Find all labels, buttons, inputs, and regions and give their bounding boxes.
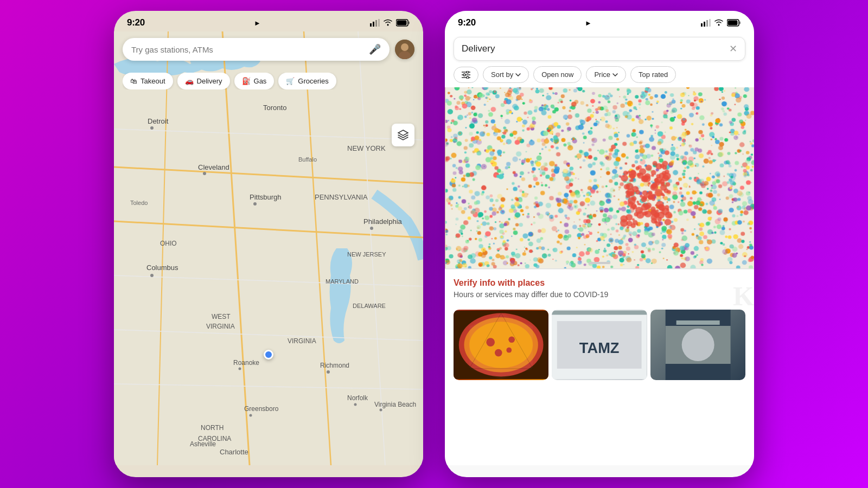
svg-point-25 [253,202,257,206]
user-avatar[interactable] [395,40,414,59]
time-right: 9:20 [458,17,476,28]
map-svg: Detroit Cleveland Toledo Pittsburgh Phil… [114,31,423,465]
svg-rect-59 [704,22,705,27]
svg-point-22 [203,172,206,175]
gas-label: Gas [254,77,267,85]
svg-point-69 [463,74,465,76]
svg-rect-58 [701,23,703,27]
price-label: Price [594,70,610,79]
sort-by-button[interactable]: Sort by [483,66,529,83]
price-button[interactable]: Price [586,66,626,83]
map-search-bar[interactable]: 🎤 [123,38,414,61]
pizza-image-svg [454,310,548,380]
wifi-icon-left [383,19,393,27]
svg-text:Toledo: Toledo [130,200,148,206]
svg-rect-61 [709,19,711,27]
svg-text:OHIO: OHIO [160,240,177,247]
phone-panel: 9:20 ► [445,11,754,477]
svg-text:VIRGINIA: VIRGINIA [288,337,316,345]
svg-text:DELAWARE: DELAWARE [353,303,386,309]
delivery-label: Delivery [197,77,222,85]
svg-rect-2 [375,20,377,27]
groceries-icon: 🛒 [286,77,295,85]
svg-point-50 [250,414,252,417]
chip-delivery[interactable]: 🚗 Delivery [177,73,230,89]
sort-by-label: Sort by [491,70,513,79]
status-bar-right: 9:20 ► [445,11,754,31]
top-rated-label: Top rated [639,70,668,79]
filter-row: Sort by Open now Price Top rated [445,61,754,87]
svg-rect-64 [727,21,737,25]
signal-icon-left [370,19,380,27]
svg-rect-3 [378,19,380,27]
svg-rect-90 [676,320,719,325]
svg-point-71 [467,76,469,79]
top-rated-button[interactable]: Top rated [630,66,676,83]
filter-adjust-button[interactable] [454,67,478,83]
svg-point-42 [327,370,330,374]
status-icons-left [370,19,410,27]
status-icons-right [701,19,741,27]
chip-gas[interactable]: ⛽ Gas [234,73,275,89]
svg-text:MARYLAND: MARYLAND [326,278,359,285]
battery-icon-right [727,19,741,27]
groceries-label: Groceries [298,77,328,85]
svg-rect-7 [408,22,410,24]
svg-text:Buffalo: Buffalo [298,156,317,163]
svg-point-31 [150,274,154,277]
svg-point-46 [354,403,357,406]
info-section: Verify info with places Hours or service… [445,269,754,304]
svg-text:CAROLINA: CAROLINA [198,435,231,442]
delivery-icon: 🚗 [185,77,194,85]
map-search-input-wrap[interactable]: 🎤 [123,38,390,61]
svg-rect-6 [397,21,406,25]
verify-title: Verify info with places [454,278,608,288]
open-now-button[interactable]: Open now [533,66,582,83]
panel-content: ✕ Sort by [445,31,754,465]
chip-takeout[interactable]: 🛍 Takeout [123,73,173,89]
food-image-svg [650,310,745,380]
svg-rect-1 [373,22,374,27]
battery-icon-left [396,19,410,27]
svg-text:Roanoke: Roanoke [233,359,259,367]
svg-point-20 [150,126,154,130]
status-bar-left: 9:20 ► [114,11,423,31]
place-images: TAMZ [445,304,754,380]
svg-point-62 [718,24,719,26]
signal-icon-right [701,19,711,27]
layer-toggle-button[interactable] [392,124,414,146]
svg-text:Detroit: Detroit [148,117,169,125]
svg-text:TAMZ: TAMZ [579,339,620,356]
svg-text:Toronto: Toronto [263,104,286,112]
svg-text:Cleveland: Cleveland [198,163,229,171]
wifi-icon-right [714,19,724,27]
mic-icon[interactable]: 🎤 [369,43,381,55]
svg-point-56 [401,43,409,51]
chip-groceries[interactable]: 🛒 Groceries [278,73,336,89]
svg-text:Virginia Beach: Virginia Beach [374,401,416,408]
time-left: 9:20 [127,17,145,28]
place-image-tamz[interactable]: TAMZ [552,310,647,380]
chevron-down-icon-sort [515,73,521,76]
map-thumbnail[interactable] [445,87,754,269]
svg-rect-60 [706,20,708,27]
svg-rect-86 [552,311,647,315]
verify-subtitle: Hours or services may differ due to COVI… [454,290,608,299]
tamz-image-svg: TAMZ [552,310,647,380]
svg-text:Richmond: Richmond [320,362,349,369]
svg-text:WEST: WEST [212,313,231,320]
panel-search-bar[interactable]: ✕ [454,37,745,61]
user-location-dot [264,350,273,359]
map-area[interactable]: Detroit Cleveland Toledo Pittsburgh Phil… [114,31,423,465]
panel-search-input[interactable] [462,43,729,54]
svg-text:Philadelphia: Philadelphia [363,217,403,226]
drag-handle [589,262,610,264]
place-image-pizza[interactable] [454,310,548,380]
place-image-food[interactable] [650,310,745,380]
open-now-label: Open now [541,70,573,79]
svg-point-4 [387,24,388,26]
map-search-input[interactable] [131,45,363,54]
clear-search-button[interactable]: ✕ [729,43,737,55]
svg-text:NEW YORK: NEW YORK [347,144,386,152]
svg-point-89 [681,329,714,361]
